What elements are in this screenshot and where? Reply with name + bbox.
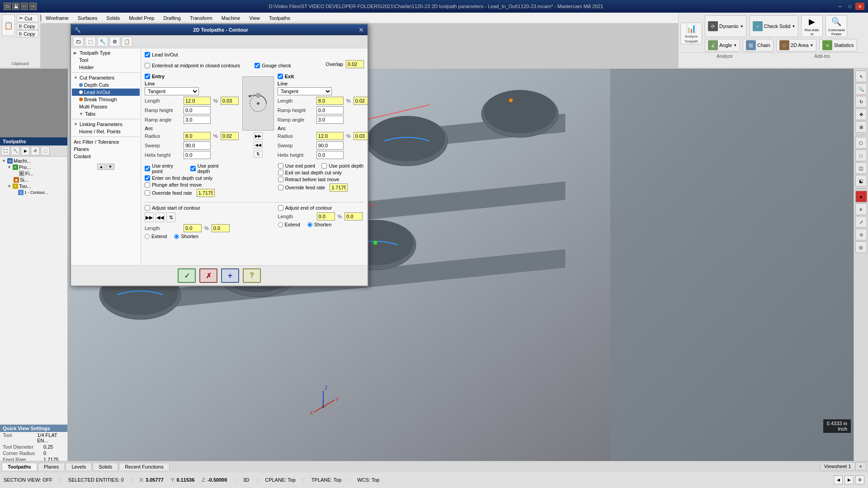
- entry-helix-input[interactable]: [184, 151, 211, 159]
- sb-btn-2[interactable]: ▶: [844, 475, 854, 484]
- adjust-end-label[interactable]: Adjust end of contour: [278, 205, 332, 211]
- run-addin-button[interactable]: ▶ Run Add-In: [801, 15, 823, 37]
- end-extend-radio[interactable]: [278, 222, 283, 227]
- check-solid-button[interactable]: ✓ Check Solid ▼: [750, 15, 799, 37]
- override-feed-entry-label[interactable]: Override feed rate: [145, 190, 192, 196]
- chain-button[interactable]: ⛓ Chain: [743, 39, 774, 52]
- cut-button[interactable]: ✂ Cut: [17, 14, 38, 22]
- end-shorten-radio[interactable]: [307, 222, 312, 227]
- title-icon-3[interactable]: ↩: [21, 3, 28, 10]
- exit-line-type-select[interactable]: Tangent Perpendicular: [278, 87, 332, 95]
- rt-zoom[interactable]: 🔍: [855, 83, 867, 95]
- start-swap-btn[interactable]: ⇅: [166, 212, 175, 222]
- tree-arc-filter[interactable]: Arc Filter / Tolerance: [72, 138, 140, 145]
- exit-last-depth-cb[interactable]: [278, 170, 283, 175]
- dlg-icon-3[interactable]: 🔧: [97, 37, 108, 47]
- dlg-icon-4[interactable]: ⚙: [109, 37, 120, 47]
- use-point-depth-entry-cb[interactable]: [190, 166, 196, 171]
- override-feed-exit-input[interactable]: [330, 183, 348, 192]
- close-button[interactable]: ✕: [855, 3, 864, 10]
- exit-length-input[interactable]: [316, 97, 344, 105]
- rt-tool4[interactable]: ⊙: [855, 229, 867, 240]
- tree-file[interactable]: F Fi...: [1, 170, 66, 177]
- viewsheet-tab[interactable]: Viewsheet 1: [820, 462, 855, 470]
- entry-ramp-height-input[interactable]: [184, 106, 211, 114]
- tree-cut-params[interactable]: ▼ Cut Parameters: [72, 74, 140, 81]
- tree-tabs[interactable]: ▼ Tabs: [72, 110, 140, 117]
- tree-planes[interactable]: Planes: [72, 145, 140, 153]
- minimize-button[interactable]: ─: [835, 3, 844, 10]
- dialog-cancel-button[interactable]: ✗: [199, 268, 217, 283]
- angle-button[interactable]: ∠ Angle ▼: [705, 39, 740, 52]
- end-extend-label[interactable]: Extend: [278, 222, 300, 227]
- adjust-end-cb[interactable]: [278, 205, 283, 211]
- tree-scroll-down[interactable]: ▼: [106, 164, 114, 170]
- entry-ramp-angle-input[interactable]: [184, 116, 211, 124]
- rt-pan[interactable]: ✥: [855, 108, 867, 120]
- rt-tool1[interactable]: ●: [855, 191, 867, 202]
- dialog-add-button[interactable]: +: [221, 268, 239, 283]
- copy2-button[interactable]: ⎘ Copy: [17, 30, 38, 38]
- menu-drafting[interactable]: Drafting: [159, 14, 185, 22]
- tree-lead-inout[interactable]: Lead In/Out: [72, 89, 140, 96]
- use-entry-point-cb[interactable]: [145, 166, 150, 171]
- tree-machine[interactable]: ▼ M Machi...: [1, 158, 66, 164]
- rt-tool2[interactable]: ≡: [855, 203, 867, 215]
- entry-length-input[interactable]: [184, 97, 211, 105]
- exit-radius-pct-input[interactable]: [354, 132, 368, 140]
- menu-view[interactable]: View: [245, 14, 264, 22]
- plunge-after-first-label[interactable]: Plunge after first move: [145, 182, 202, 188]
- override-feed-entry-cb[interactable]: [145, 190, 150, 196]
- rt-view3[interactable]: ◫: [855, 162, 867, 174]
- tab-solids[interactable]: Solids: [93, 463, 118, 470]
- tree-linking-params[interactable]: ▼ Linking Parameters: [72, 121, 140, 128]
- copy-button[interactable]: ⎘ Copy: [17, 23, 38, 30]
- tree-break-through[interactable]: Break Through: [72, 96, 140, 103]
- entry-line-type-select[interactable]: Tangent Perpendicular: [145, 87, 199, 95]
- tree-properties[interactable]: ▼ P Pro...: [1, 164, 66, 170]
- tab-recent-functions[interactable]: Recent Functions: [119, 463, 170, 470]
- 2darea-button[interactable]: □ 2D Area ▼: [776, 39, 817, 52]
- rt-fit[interactable]: ⊞: [855, 121, 867, 133]
- gouge-check-checkbox[interactable]: [255, 63, 260, 68]
- tree-tool[interactable]: Tool: [72, 56, 140, 64]
- add-viewsheet-tab[interactable]: +: [855, 462, 866, 470]
- start-forward-btn[interactable]: ▶▶: [145, 212, 154, 222]
- menu-wireframe[interactable]: Wireframe: [41, 14, 73, 22]
- dlg-icon-5[interactable]: 📋: [122, 37, 132, 47]
- sb-btn-3[interactable]: ⚙: [855, 475, 864, 484]
- dlg-icon-1[interactable]: 🗀: [73, 37, 84, 47]
- end-length-pct-input[interactable]: [344, 212, 363, 221]
- tp-btn-5[interactable]: ⬚: [41, 146, 50, 155]
- swap-btn[interactable]: ⇅: [254, 150, 263, 158]
- start-extend-label[interactable]: Extend: [145, 234, 167, 239]
- tree-settings[interactable]: ◆ Si...: [1, 177, 66, 183]
- use-exit-point-cb[interactable]: [278, 163, 283, 169]
- exit-checkbox-label[interactable]: Exit: [278, 74, 294, 79]
- use-point-depth-entry-label[interactable]: Use point depth: [190, 163, 231, 174]
- entry-length-pct-input[interactable]: [221, 97, 239, 105]
- tp-btn-3[interactable]: ▶: [21, 146, 30, 155]
- start-shorten-label[interactable]: Shorten: [174, 234, 198, 239]
- tp-btn-1[interactable]: ⛶: [1, 146, 10, 155]
- exit-ramp-angle-input[interactable]: [316, 116, 344, 124]
- menu-surfaces[interactable]: Surfaces: [73, 14, 102, 22]
- statistics-button[interactable]: ≡ Statistics: [819, 39, 857, 52]
- title-icon-1[interactable]: 🗀: [4, 3, 11, 10]
- menu-toolpaths[interactable]: Toolpaths: [264, 14, 295, 22]
- menu-solids[interactable]: Solids: [102, 14, 124, 22]
- end-length-input[interactable]: [317, 212, 335, 221]
- start-length-pct-input[interactable]: [212, 224, 230, 232]
- tree-toolpath-group[interactable]: ▼ T Too...: [1, 183, 66, 189]
- tab-levels[interactable]: Levels: [66, 463, 92, 470]
- rt-view1[interactable]: ⬡: [855, 137, 867, 149]
- tree-coolant[interactable]: Coolant: [72, 153, 140, 160]
- use-exit-point-label[interactable]: Use exit point: [278, 163, 316, 169]
- enter-midpoint-checkbox-label[interactable]: Enter/exit at midpoint in closed contour…: [145, 63, 240, 68]
- exit-helix-input[interactable]: [316, 151, 344, 159]
- tree-toolpath-1[interactable]: 1 1 - Contour...: [1, 189, 66, 196]
- menu-machine[interactable]: Machine: [217, 14, 245, 22]
- lead-inout-checkbox-label[interactable]: Lead In/Out: [145, 52, 178, 57]
- enter-first-depth-cb[interactable]: [145, 175, 150, 181]
- enter-first-depth-label[interactable]: Enter on first depth cut only: [145, 175, 212, 181]
